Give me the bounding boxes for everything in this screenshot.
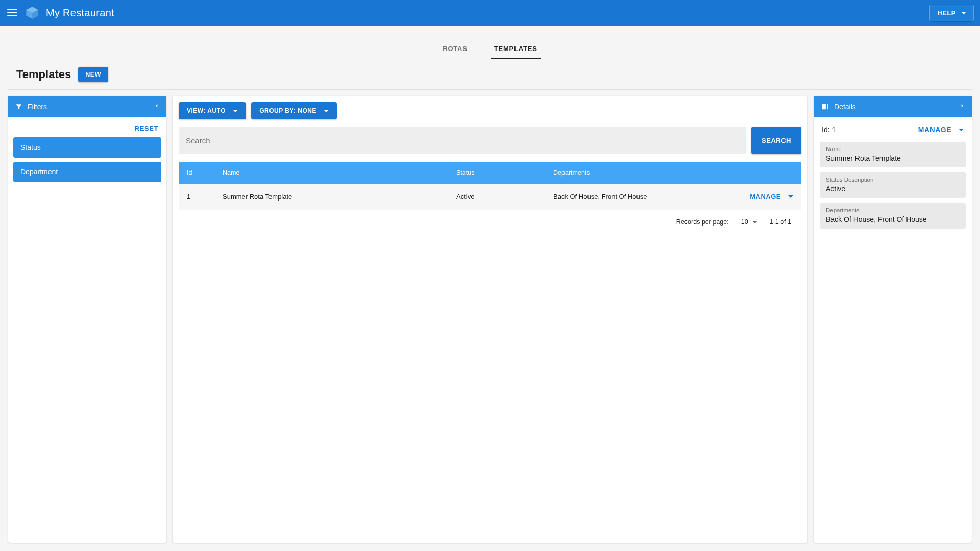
table: Id Name Status Departments 1 Summer Rota… [179,162,801,235]
appbar-left: My Restaurant [6,5,114,20]
cell-id: 1 [187,193,223,201]
search-button[interactable]: SEARCH [751,127,801,154]
main-panel: VIEW: AUTO GROUP BY: NONE SEARCH Id Name… [173,96,807,543]
svg-rect-4 [825,104,826,110]
collapse-left-icon[interactable] [154,102,159,111]
groupby-dropdown[interactable]: GROUP BY: NONE [251,102,337,119]
details-title: Details [834,103,856,111]
th-name[interactable]: Name [223,169,456,177]
details-status-card: Status Description Active [820,172,966,198]
details-panel: Details Id: 1 MANAGE Name Summer Rota Te… [814,96,972,543]
row-manage-button[interactable]: MANAGE [732,193,793,201]
filter-status[interactable]: Status [13,137,161,158]
table-row[interactable]: 1 Summer Rota Template Active Back Of Ho… [179,184,801,210]
records-per-page-label: Records per page: [676,218,729,226]
details-name-card: Name Summer Rota Template [820,142,966,167]
groupby-label: GROUP BY: NONE [259,107,316,114]
caret-down-icon [788,195,793,198]
details-status-value: Active [826,185,960,193]
caret-down-icon [752,221,757,223]
details-icon [821,103,829,110]
filters-header: Filters [8,96,166,117]
details-id: Id: 1 [822,126,836,134]
records-per-page-value: 10 [741,218,748,226]
content-region: ROTAS TEMPLATES Templates NEW Filters [0,26,980,551]
caret-down-icon [233,110,238,112]
details-dept-card: Departments Back Of House, Front Of Hous… [820,203,966,229]
reset-row: RESET [8,117,166,137]
help-button-label: HELP [937,9,956,17]
svg-rect-3 [822,104,825,110]
logo-icon [24,5,40,20]
caret-down-icon [961,12,966,14]
th-departments[interactable]: Departments [553,169,732,177]
th-status[interactable]: Status [456,169,553,177]
svg-rect-5 [827,104,828,110]
details-dept-label: Departments [826,207,960,213]
row-manage-label: MANAGE [750,193,781,201]
caret-down-icon [324,110,329,112]
search-row: SEARCH [179,127,801,154]
app-title: My Restaurant [46,7,114,19]
details-manage-label: MANAGE [918,126,951,134]
columns: Filters RESET Status Department VIEW: AU… [0,90,980,543]
help-button[interactable]: HELP [929,5,974,21]
details-status-label: Status Description [826,177,960,183]
filters-title: Filters [28,103,47,111]
new-button[interactable]: NEW [78,67,108,82]
details-header: Details [814,96,972,117]
tab-templates[interactable]: TEMPLATES [491,40,541,59]
toolbar: VIEW: AUTO GROUP BY: NONE [179,102,801,119]
view-label: VIEW: AUTO [187,107,226,114]
page-header: Templates NEW [8,63,972,90]
cell-name: Summer Rota Template [223,193,456,201]
app-bar: My Restaurant HELP [0,0,980,26]
details-dept-value: Back Of House, Front Of House [826,215,960,223]
filter-department[interactable]: Department [13,162,161,182]
cell-status: Active [456,193,553,201]
filter-list: Status Department [8,137,166,182]
details-body: Id: 1 MANAGE Name Summer Rota Template S… [814,117,972,236]
collapse-right-icon[interactable] [960,102,965,111]
pagination: Records per page: 10 1-1 of 1 [179,210,801,235]
page-title: Templates [16,68,71,81]
details-manage-button[interactable]: MANAGE [918,126,964,134]
filters-panel: Filters RESET Status Department [8,96,166,543]
reset-button[interactable]: RESET [135,124,158,132]
table-header-row: Id Name Status Departments [179,162,801,184]
tab-rotas[interactable]: ROTAS [439,40,471,59]
details-top-row: Id: 1 MANAGE [820,124,966,137]
records-per-page-select[interactable]: 10 [741,218,757,226]
th-actions [732,169,793,177]
filter-icon [15,103,22,110]
details-name-value: Summer Rota Template [826,154,960,162]
tabs: ROTAS TEMPLATES [0,26,980,63]
cell-departments: Back Of House, Front Of House [553,193,732,201]
search-input[interactable] [179,127,746,154]
menu-icon[interactable] [6,7,18,19]
caret-down-icon [959,129,964,131]
pagination-range: 1-1 of 1 [770,218,791,226]
details-name-label: Name [826,146,960,152]
view-dropdown[interactable]: VIEW: AUTO [179,102,246,119]
th-id[interactable]: Id [187,169,223,177]
